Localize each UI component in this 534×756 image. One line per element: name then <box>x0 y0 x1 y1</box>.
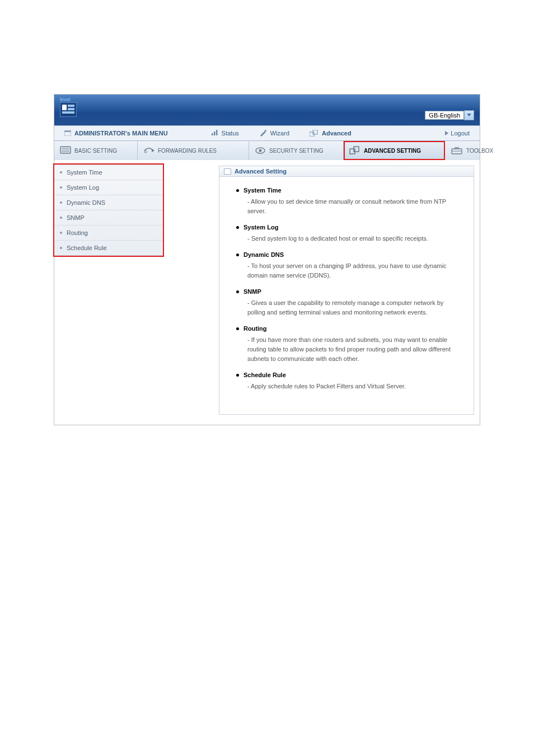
feature-list: System Time - Allow you to set device ti… <box>236 187 461 392</box>
feature-desc: - Send system log to a dedicated host or… <box>247 234 461 243</box>
bullet-icon <box>236 226 239 229</box>
bullet-icon <box>236 374 239 377</box>
advanced-icon <box>310 130 318 137</box>
tab-forwarding-label: FORWARDING RULES <box>158 148 217 154</box>
sidebar-item-label: Schedule Rule <box>67 245 107 251</box>
svg-rect-8 <box>212 133 213 135</box>
sidebar-item-system-time[interactable]: System Time <box>54 165 163 180</box>
tab-security-label: SECURITY SETTING <box>269 148 324 154</box>
logout-link[interactable]: Logout <box>445 130 470 137</box>
feature-desc: - To host your server on a changing IP a… <box>247 261 461 280</box>
svg-point-21 <box>144 151 147 153</box>
nav-wizard-label: Wizard <box>270 130 289 137</box>
brand-logo: level <box>60 97 77 117</box>
tab-forwarding-rules[interactable]: FORWARDING RULES <box>138 141 249 160</box>
feature-title: SNMP <box>243 288 261 295</box>
svg-rect-9 <box>214 132 216 135</box>
feature-title: Routing <box>243 325 267 332</box>
bullet-icon <box>60 217 62 219</box>
sidebar-item-schedule-rule[interactable]: Schedule Rule <box>54 241 163 255</box>
feature-schedule-rule: Schedule Rule - Apply schedule rules to … <box>236 372 461 391</box>
wizard-icon <box>259 130 267 137</box>
feature-title: Dynamic DNS <box>243 251 284 258</box>
svg-rect-3 <box>68 108 74 110</box>
advanced-setting-icon <box>349 146 360 155</box>
feature-desc: - If you have more than one routers and … <box>247 335 461 364</box>
language-selected: GB-English <box>425 111 464 120</box>
tab-toolbox-label: TOOLBOX <box>466 148 493 154</box>
chevron-down-icon <box>464 110 474 120</box>
sidebar-item-label: Dynamic DNS <box>67 199 105 206</box>
tab-advanced-setting[interactable]: ADVANCED SETTING <box>344 141 445 160</box>
bullet-icon <box>60 232 62 234</box>
feature-desc: - Apply schedule rules to Packet Filters… <box>247 382 461 391</box>
feature-desc: - Gives a user the capability to remotel… <box>247 298 461 317</box>
svg-rect-2 <box>68 105 74 107</box>
feature-routing: Routing - If you have more than one rout… <box>236 325 461 364</box>
sidebar-item-snmp[interactable]: SNMP <box>54 210 163 226</box>
sidebar-item-routing[interactable]: Routing <box>54 226 163 241</box>
feature-title: System Time <box>243 187 282 194</box>
header-banner: level GB-English <box>54 95 480 125</box>
sidebar-item-system-log[interactable]: System Log <box>54 180 163 195</box>
status-icon <box>210 130 218 137</box>
bullet-icon <box>236 290 239 293</box>
nav-wizard[interactable]: Wizard <box>249 130 299 137</box>
tab-toolbox[interactable]: TOOLBOX <box>445 141 499 160</box>
sidebar: System Time System Log Dynamic DNS SNMP … <box>54 165 163 256</box>
sidebar-item-label: System Time <box>67 169 102 176</box>
basic-setting-icon <box>60 146 71 155</box>
svg-rect-4 <box>62 111 74 114</box>
sidebar-item-label: Routing <box>67 229 88 236</box>
nav-advanced[interactable]: Advanced <box>299 130 362 137</box>
bullet-icon <box>60 186 62 189</box>
panel-heading: Advanced Setting <box>219 166 474 177</box>
play-icon <box>445 131 448 135</box>
content-panel: Advanced Setting System Time - Allow you… <box>219 166 474 415</box>
svg-marker-15 <box>445 131 448 135</box>
panel-heading-text: Advanced Setting <box>235 168 287 175</box>
svg-point-23 <box>259 149 262 152</box>
language-selector[interactable]: GB-English <box>425 110 474 120</box>
tab-basic-setting[interactable]: BASIC SETTING <box>54 141 138 160</box>
tab-basic-label: BASIC SETTING <box>74 148 117 154</box>
svg-rect-1 <box>62 105 67 110</box>
bullet-icon <box>236 327 239 330</box>
nav-status[interactable]: Status <box>200 130 249 137</box>
toolbox-icon <box>451 146 463 155</box>
bullet-icon <box>60 247 62 249</box>
forwarding-icon <box>143 146 154 155</box>
tab-security-setting[interactable]: SECURITY SETTING <box>249 141 344 160</box>
logout-label: Logout <box>451 130 470 137</box>
bullet-icon <box>60 201 62 204</box>
page-icon <box>224 168 231 175</box>
top-nav: ADMINISTRATOR's MAIN MENU Status Wizard … <box>54 125 480 141</box>
nav-status-label: Status <box>222 130 239 137</box>
sidebar-item-label: SNMP <box>67 214 85 221</box>
tab-bar: BASIC SETTING FORWARDING RULES SECURITY … <box>54 141 480 160</box>
feature-title: Schedule Rule <box>243 372 286 378</box>
feature-system-log: System Log - Send system log to a dedica… <box>236 224 461 243</box>
feature-dynamic-dns: Dynamic DNS - To host your server on a c… <box>236 251 461 280</box>
brand-logo-text: level <box>60 97 71 102</box>
feature-snmp: SNMP - Gives a user the capability to re… <box>236 288 461 317</box>
svg-marker-20 <box>152 149 154 152</box>
bullet-icon <box>236 253 239 256</box>
sidebar-item-label: System Log <box>67 184 99 191</box>
bullet-icon <box>60 171 62 173</box>
nav-advanced-label: Advanced <box>322 130 352 137</box>
feature-title: System Log <box>243 224 278 231</box>
tab-advanced-label: ADVANCED SETTING <box>364 148 421 154</box>
bullet-icon <box>236 189 239 192</box>
page-icon <box>64 130 71 136</box>
svg-rect-7 <box>64 130 71 132</box>
main-menu-title-section: ADMINISTRATOR's MAIN MENU <box>54 130 178 137</box>
feature-system-time: System Time - Allow you to set device ti… <box>236 187 461 216</box>
sidebar-item-dynamic-dns[interactable]: Dynamic DNS <box>54 195 163 210</box>
svg-marker-11 <box>260 131 266 137</box>
svg-marker-5 <box>467 114 471 116</box>
main-menu-title: ADMINISTRATOR's MAIN MENU <box>74 130 168 137</box>
svg-rect-10 <box>216 130 218 135</box>
security-icon <box>255 146 266 155</box>
feature-desc: - Allow you to set device time manually … <box>247 197 461 216</box>
